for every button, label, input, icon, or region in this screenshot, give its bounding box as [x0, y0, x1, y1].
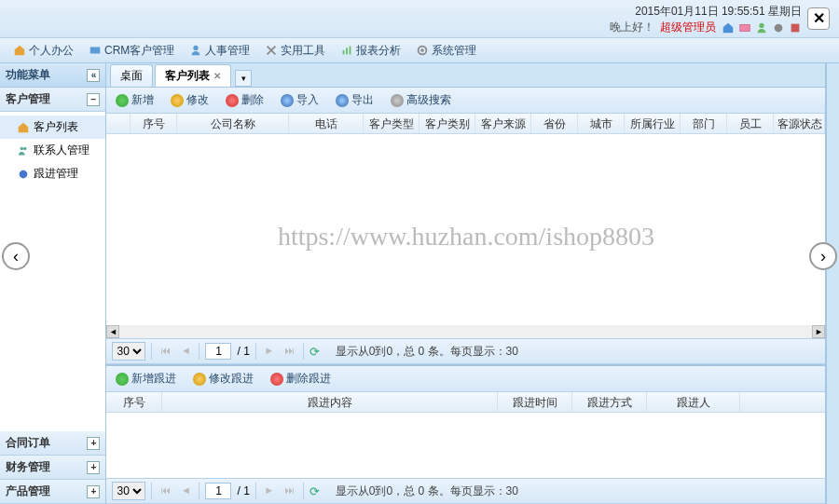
- menu-report[interactable]: 报表分析: [333, 40, 408, 61]
- toolbar-button[interactable]: 删除: [222, 90, 268, 110]
- column-header[interactable]: 跟进内容: [162, 392, 498, 412]
- toolbar-label: 导入: [296, 92, 319, 108]
- menu-crm[interactable]: CRM客户管理: [81, 40, 182, 61]
- refresh-icon[interactable]: ⟳: [309, 345, 323, 358]
- first-page-button[interactable]: ⏮: [158, 484, 172, 498]
- column-header[interactable]: [106, 114, 131, 133]
- collapse-section-button[interactable]: −: [87, 93, 100, 106]
- tree-item[interactable]: 联系人管理: [0, 139, 105, 162]
- tab-label: 桌面: [120, 68, 143, 84]
- column-header[interactable]: 所属行业: [625, 114, 681, 133]
- page-input[interactable]: [205, 343, 231, 360]
- prev-page-button[interactable]: ◄: [178, 484, 193, 498]
- menu-tool[interactable]: 实用工具: [257, 40, 333, 61]
- sys-icon: [416, 44, 429, 57]
- page-input[interactable]: [205, 483, 231, 499]
- sidebar-section-customer[interactable]: 客户管理 −: [0, 88, 105, 112]
- toolbar-button[interactable]: 修改跟进: [189, 369, 257, 388]
- mail-icon[interactable]: [738, 21, 751, 34]
- toolbar-button[interactable]: 导入: [277, 90, 323, 110]
- toolbar-button[interactable]: 导出: [332, 90, 378, 110]
- column-header[interactable]: 跟进人: [647, 392, 740, 412]
- exit-icon[interactable]: [789, 21, 802, 34]
- pager-main: 30⏮◄/ 1►⏭⟳显示从0到0，总 0 条。每页显示：30: [106, 338, 825, 364]
- expand-button[interactable]: +: [87, 485, 100, 498]
- sidebar-section-label: 客户管理: [6, 91, 50, 107]
- toolbar-label: 新增跟进: [131, 371, 176, 387]
- toolbar-button[interactable]: 删除跟进: [267, 369, 335, 388]
- tree-item[interactable]: 跟进管理: [0, 162, 105, 185]
- column-header[interactable]: 客源状态: [774, 114, 825, 133]
- grid-main-scrollbar[interactable]: ◄ ►: [106, 325, 825, 338]
- tab[interactable]: 桌面: [110, 64, 153, 87]
- report-icon: [340, 44, 353, 57]
- nav-prev-button[interactable]: ‹: [2, 242, 30, 270]
- column-header[interactable]: 客户类别: [420, 114, 475, 133]
- home-icon[interactable]: [722, 21, 735, 34]
- separator: [199, 343, 199, 360]
- tree-item[interactable]: 客户列表: [0, 116, 105, 139]
- grid-main-body: https://www.huzhan.com/ishop8803 ◄ ►: [106, 134, 825, 338]
- column-header[interactable]: 员工: [727, 114, 774, 133]
- last-page-button[interactable]: ⏭: [282, 344, 297, 359]
- ic-del-icon: [270, 373, 283, 386]
- prev-page-button[interactable]: ◄: [178, 344, 193, 359]
- toolbar-follow: 新增跟进修改跟进删除跟进: [106, 366, 825, 392]
- right-strip[interactable]: [826, 63, 839, 504]
- scroll-left-button[interactable]: ◄: [106, 325, 119, 338]
- collapse-sidebar-button[interactable]: «: [87, 69, 100, 82]
- next-page-button[interactable]: ►: [262, 344, 277, 359]
- separator: [151, 343, 152, 360]
- column-header[interactable]: 电话: [289, 114, 364, 133]
- toolbar-button[interactable]: 新增跟进: [112, 369, 180, 388]
- menu-hr[interactable]: 人事管理: [182, 40, 257, 61]
- column-header[interactable]: 客户来源: [475, 114, 531, 133]
- sidebar-section[interactable]: 合同订单+: [0, 431, 105, 456]
- column-header[interactable]: 跟进方式: [572, 392, 647, 412]
- column-header[interactable]: 跟进时间: [498, 392, 572, 412]
- next-page-button[interactable]: ►: [262, 484, 277, 498]
- ic-edit-icon: [171, 94, 184, 107]
- sidebar-section-label: 产品管理: [6, 484, 50, 499]
- first-page-button[interactable]: ⏮: [158, 344, 172, 359]
- grid-follow-header: 序号跟进内容跟进时间跟进方式跟进人: [106, 392, 825, 413]
- tab-close-icon[interactable]: ✕: [213, 71, 221, 81]
- refresh-icon[interactable]: ⟳: [309, 484, 323, 497]
- gear-icon[interactable]: [772, 21, 785, 34]
- menu-home[interactable]: 个人办公: [6, 40, 81, 61]
- column-header[interactable]: 省份: [531, 114, 578, 133]
- column-header[interactable]: 客户类型: [364, 114, 420, 133]
- column-header[interactable]: 部门: [681, 114, 727, 133]
- menu-sys[interactable]: 系统管理: [408, 40, 484, 61]
- tab[interactable]: 客户列表✕: [155, 64, 231, 87]
- ic-new-icon: [116, 373, 129, 386]
- last-page-button[interactable]: ⏭: [282, 484, 297, 498]
- tab-dropdown-button[interactable]: ▾: [235, 70, 252, 87]
- user-icon[interactable]: [755, 21, 768, 34]
- ic-del-icon: [226, 94, 239, 107]
- nav-next-button[interactable]: ›: [809, 242, 837, 270]
- column-header[interactable]: 序号: [106, 392, 162, 412]
- sidebar-section[interactable]: 产品管理+: [0, 480, 105, 504]
- toolbar-button[interactable]: 新增: [112, 90, 158, 110]
- svg-rect-7: [346, 48, 348, 54]
- svg-rect-8: [350, 47, 351, 55]
- column-header[interactable]: 公司名称: [177, 114, 289, 133]
- svg-rect-4: [90, 48, 101, 54]
- expand-button[interactable]: +: [87, 437, 100, 450]
- pagesize-select[interactable]: 30: [112, 342, 145, 361]
- close-button[interactable]: ✕: [807, 7, 830, 30]
- toolbar-button[interactable]: 修改: [167, 90, 213, 110]
- toolbar-button[interactable]: 高级搜索: [387, 90, 455, 110]
- pagesize-select[interactable]: 30: [112, 482, 145, 500]
- svg-rect-3: [791, 23, 800, 32]
- sidebar-section-label: 合同订单: [6, 435, 50, 451]
- column-header[interactable]: 城市: [578, 114, 625, 133]
- column-header[interactable]: 序号: [131, 114, 177, 133]
- scroll-right-button[interactable]: ►: [812, 325, 825, 338]
- toolbar-label: 新增: [131, 92, 154, 108]
- watermark: https://www.huzhan.com/ishop8803: [278, 222, 654, 252]
- expand-button[interactable]: +: [87, 461, 100, 474]
- admin-name: 超级管理员: [660, 20, 716, 35]
- sidebar-section[interactable]: 财务管理+: [0, 456, 105, 480]
